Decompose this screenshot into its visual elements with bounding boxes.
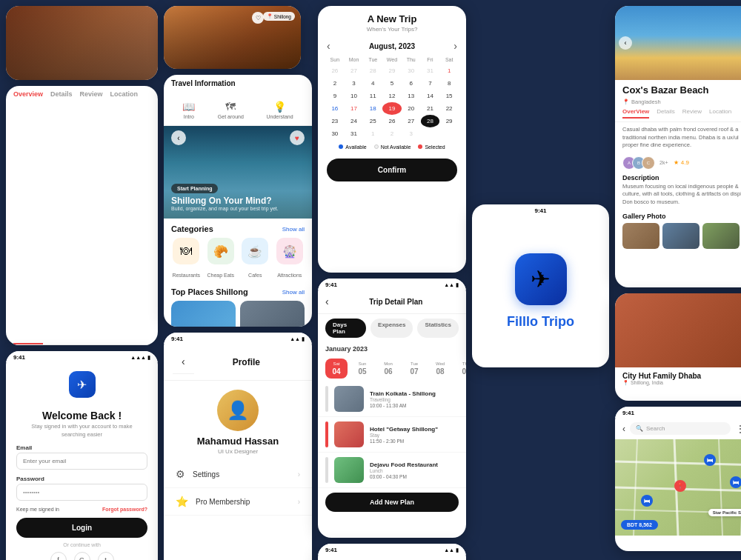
password-input[interactable] (16, 484, 147, 501)
place-british-museum[interactable]: British Museum UK 📍 UK ★ 4.7 (240, 301, 305, 327)
pro-membership-label: Pro Membership (196, 498, 298, 506)
trip-day-wed[interactable]: Wed 08 (429, 359, 451, 379)
tab-statistics[interactable]: Statistics (417, 319, 459, 338)
trip-detail-screen: 9:41 ▲▲ ▮ ‹ Trip Detail Plan Days Plan E… (318, 279, 466, 538)
cat-cafes[interactable]: ☕ Cafes (240, 238, 270, 280)
calendar-confirm-btn[interactable]: Confirm (327, 159, 457, 181)
settings-menu-item[interactable]: ⚙ Settings › (164, 461, 312, 488)
logo-box: ✈ (69, 371, 96, 398)
categories-grid: 🍽 Restaurants 🥐 Cheap Eats ☕ Cafes 🎡 Att… (171, 238, 305, 280)
shillong-heart-btn[interactable]: ♥ (290, 130, 305, 145)
coxs-tab-details[interactable]: Details (657, 108, 674, 119)
top-places-show-all[interactable]: Show all (282, 289, 305, 296)
cat-cheap-eats[interactable]: 🥐 Cheap Eats (206, 238, 236, 280)
tab-overview[interactable]: Overview (13, 90, 43, 344)
gallery-title: Gallery Photo (622, 213, 741, 220)
map-pin-2[interactable]: 🛏 (730, 476, 741, 488)
profile-signal: ▲▲ ▮ (290, 336, 305, 342)
map-pin-3[interactable]: 🛏 (641, 495, 653, 507)
gallery-thumb-3[interactable] (702, 223, 740, 249)
tab-days-plan[interactable]: Days Plan (325, 319, 366, 338)
train-time: 10:00 - 11:30 AM (370, 403, 459, 408)
battery-icon: ▮ (147, 355, 150, 361)
email-input[interactable] (16, 453, 147, 470)
profile-back-btn[interactable]: ‹ (173, 350, 194, 374)
shillong-prev-btn[interactable]: ‹ (171, 130, 186, 145)
trip-day-sun[interactable]: Sun 05 (351, 359, 373, 379)
place-coxs-bazar[interactable]: Cox's Bazar Beach 📍 Bangladesh ★ 4.9 (171, 301, 236, 327)
forgot-password-link[interactable]: Forgot password? (102, 507, 147, 512)
trip-day-sat[interactable]: Sat 04 (325, 359, 348, 379)
trip-back-btn[interactable]: ‹ (325, 296, 329, 307)
coxs-description: Casual dhaba with palm frond covered roo… (615, 122, 741, 153)
coxs-header: Cox's Bazar Beach (615, 80, 741, 99)
coxs-location-text: Bangladesh (631, 99, 661, 105)
start-planning-badge[interactable]: Start Planning (171, 184, 218, 193)
food-restaurant-name: City Hut Family Dhaba (622, 372, 701, 380)
categories-show-all[interactable]: Show all (282, 226, 305, 233)
intro-icon: 📖 (182, 101, 195, 113)
map-view: 🛏 🛏 📍 🛏 BDT 8,562 Star Pacific Sylhet (615, 439, 741, 536)
map-price-tag[interactable]: BDT 8,562 (621, 520, 658, 530)
cal-prev-btn[interactable]: ‹ (327, 40, 330, 52)
coxs-reviewer-avatars: A B C 2k+ ★ 4.9 (615, 153, 741, 173)
cal-next-btn[interactable]: › (453, 40, 457, 52)
coxs-tab-review[interactable]: Review (682, 108, 702, 119)
profile-role: UI Ux Designer (164, 448, 312, 455)
search-icon: 🔍 (636, 425, 643, 432)
trip-day-thu[interactable]: Thu 09 (455, 359, 466, 379)
svg-line-11 (719, 439, 722, 536)
calendar-month: August, 2023 (369, 42, 415, 50)
hotel-image (334, 421, 364, 447)
calendar-screen: A New Trip When's Your Trips? ‹ August, … (318, 6, 466, 273)
email-field-container: Email (16, 444, 147, 470)
gallery-thumb-1[interactable] (622, 223, 659, 249)
categories-section: Categories Show all 🍽 Restaurants 🥐 Chea… (164, 219, 312, 283)
tab-location-map[interactable]: Location (110, 90, 139, 344)
trip-day-tue[interactable]: Tue 07 (403, 359, 425, 379)
info-intro[interactable]: 📖 Intro (182, 101, 195, 119)
food-restaurant-location: 📍 Shillong, India (622, 380, 701, 386)
tab-details[interactable]: Details (50, 90, 73, 344)
cat-attractions[interactable]: 🎡 Attractions (275, 238, 305, 280)
coxs-avatar-3: C (642, 156, 655, 170)
facebook-login-button[interactable]: f (50, 552, 67, 560)
map-pin-red[interactable]: 📍 (674, 480, 686, 492)
trip-header: ‹ Trip Detail Plan (318, 290, 466, 314)
profile-status-bar: 9:41 ▲▲ ▮ (164, 333, 312, 344)
beach-prev-btn[interactable]: ‹ (619, 36, 632, 50)
tab-review[interactable]: Review (80, 90, 103, 344)
understand-icon: 💡 (266, 101, 293, 113)
tab-expenses[interactable]: Expenses (370, 319, 413, 338)
coxs-tab-location[interactable]: Location (709, 108, 731, 119)
map-status-bar: 9:41 ▲▲ ▮ (615, 407, 741, 418)
train-info: Train Kolkata - Shillong Travelling 10:0… (370, 390, 459, 408)
login-button[interactable]: Login (16, 518, 147, 538)
google-login-button[interactable]: G (74, 552, 90, 560)
gallery-thumb-2[interactable] (662, 223, 700, 249)
calendar-legend: Available Not Available Selected (318, 140, 466, 154)
social-login-icons: f G t (6, 552, 158, 560)
map-settings-icon[interactable]: ⋮⋮ (735, 423, 741, 435)
city-hut-food-screen: City Hut Family Dhaba 📍 Shillong, India … (615, 293, 741, 401)
calendar-grid: Sun Mon Tue Wed Thu Fri Sat 26 27 28 29 … (318, 55, 466, 140)
map-time: 9:41 (622, 410, 634, 416)
family-heart-icon[interactable]: ♡ (252, 12, 264, 24)
travel-info-screen: Travel Information 📖 Intro 🗺 Get around … (164, 75, 312, 327)
cat-attractions-label: Attractions (277, 273, 302, 278)
coxs-tab-overview[interactable]: OverView (622, 108, 649, 119)
add-plan-button[interactable]: Add New Plan (325, 493, 459, 512)
map-search-placeholder: Search (646, 425, 665, 432)
cat-restaurants[interactable]: 🍽 Restaurants (171, 238, 202, 280)
british-museum-image (240, 301, 305, 327)
twitter-login-button[interactable]: t (98, 552, 114, 560)
map-search-bar[interactable]: 🔍 Search (630, 422, 731, 435)
food-hero-overlay (6, 6, 158, 80)
info-understand[interactable]: 💡 Understand (266, 101, 293, 119)
map-pin-1[interactable]: 🛏 (704, 454, 716, 466)
trip-day-mon[interactable]: Mon 06 (377, 359, 399, 379)
map-back-btn[interactable]: ‹ (622, 424, 625, 434)
trip-tabs: Days Plan Expenses Statistics (318, 314, 466, 342)
pro-membership-menu-item[interactable]: ⭐ Pro Membership › (164, 488, 312, 516)
info-get-around[interactable]: 🗺 Get around (218, 101, 244, 119)
